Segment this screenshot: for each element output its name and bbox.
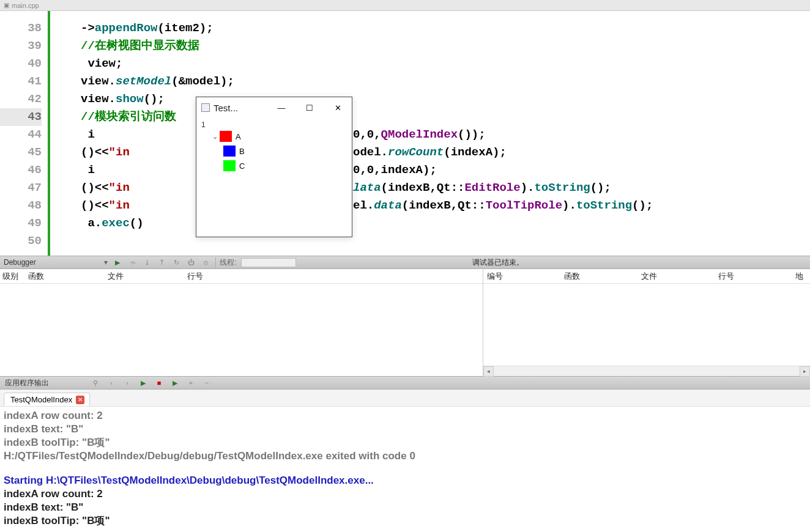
maximize-button[interactable]: ☐ [295,97,324,118]
abort-icon[interactable]: ⦸ [201,257,210,267]
col-file-r[interactable]: 文件 [637,271,715,282]
stack-pane[interactable]: 编号 函数 文件 行号 地 ◂ ▸ [483,269,810,376]
close-button[interactable]: ✕ [324,97,352,118]
tree-item-label: A [236,132,241,141]
color-swatch-icon [220,131,232,142]
stack-headers: 编号 函数 文件 行号 地 [483,269,810,284]
col-line-r[interactable]: 行号 [715,271,792,282]
thread-selector[interactable] [241,258,296,267]
scroll-left-icon[interactable]: ◂ [483,366,494,377]
issues-pane[interactable]: 级别 函数 文件 行号 [0,269,483,376]
close-tab-icon[interactable]: ✕ [76,396,84,404]
output-line: indexB toolTip: "B项" [4,514,806,528]
issues-headers: 级别 函数 文件 行号 [0,269,483,284]
output-toolbar: 应用程序输出 ⚲ ‹ › ▶ ■ ▶ + − [0,376,810,390]
popup-body: 1 ⌄ABC [196,118,352,175]
stop-icon[interactable]: ⏻ [186,257,196,267]
stack-hscrollbar[interactable]: ◂ ▸ [483,366,810,376]
prev-icon[interactable]: ‹ [106,378,116,388]
remove-icon[interactable]: − [202,378,212,388]
output-line: indexB text: "B" [4,423,806,436]
col-level[interactable]: 级别 [0,271,26,282]
col-id[interactable]: 编号 [483,271,560,282]
step-into-icon[interactable]: ⤓ [142,257,152,267]
continue-icon[interactable]: ▶ [113,257,122,267]
output-console[interactable]: indexA row count: 2indexB text: "B"index… [0,407,810,530]
output-line: indexA row count: 2 [4,409,806,423]
stop-run-icon[interactable]: ■ [154,378,164,388]
col-function[interactable]: 函数 [26,271,105,282]
output-tab[interactable]: TestQModelIndex ✕ [4,393,90,406]
col-line[interactable]: 行号 [185,271,264,282]
col-file[interactable]: 文件 [105,271,185,282]
popup-title: Test... [214,103,267,113]
next-icon[interactable]: › [122,378,132,388]
tree-item-label: C [239,161,245,171]
app-icon [201,103,210,112]
file-tab-label: main.cpp [12,2,39,9]
output-line: H:/QTFiles/TestQModelIndex/Debug/debug/T… [4,449,806,463]
file-tab-icon: ▣ [4,2,9,9]
restart-icon[interactable]: ↻ [171,257,181,267]
app-popup-window[interactable]: Test... — ☐ ✕ 1 ⌄ABC [196,97,352,237]
minimize-button[interactable]: — [267,97,295,118]
line-number-gutter: 38394041424344454647484950 [0,11,50,256]
file-tab[interactable]: ▣ main.cpp [4,2,39,9]
scroll-right-icon[interactable]: ▸ [800,366,810,377]
add-icon[interactable]: + [186,378,196,388]
tree-item-label: B [239,147,245,156]
thread-label: 线程: [215,257,236,268]
color-swatch-icon [223,160,236,171]
debugger-toolbar: Debugger ▾ ▶ ⤼ ⤓ ⤒ ↻ ⏻ ⦸ 线程: 调试器已结束。 [0,256,810,269]
col-function-r[interactable]: 函数 [560,271,637,282]
output-line: indexB text: "B" [4,501,806,514]
tree-item[interactable]: ⌄A [201,129,347,144]
output-tab-label: TestQModelIndex [10,395,72,404]
popup-titlebar[interactable]: Test... — ☐ ✕ [196,97,352,118]
output-title: 应用程序输出 [5,378,84,388]
tree-header: 1 [201,120,347,129]
step-out-icon[interactable]: ⤒ [157,257,166,267]
step-over-icon[interactable]: ⤼ [127,257,137,267]
col-addr[interactable]: 地 [792,271,810,282]
debugger-status: 调试器已结束。 [472,257,524,268]
debug-panes: 级别 函数 文件 行号 编号 函数 文件 行号 地 ◂ ▸ [0,269,810,376]
output-line [4,463,806,474]
output-line: indexA row count: 2 [4,487,806,501]
rerun-icon[interactable]: ▶ [170,378,180,388]
file-tab-strip: ▣ main.cpp [0,0,810,11]
code-content[interactable]: ->appendRow(item2);//在树视图中显示数据 view;view… [50,11,810,256]
debugger-label[interactable]: Debugger ▾ [4,258,108,267]
code-editor[interactable]: 38394041424344454647484950 ->appendRow(i… [0,11,810,256]
color-swatch-icon [223,146,236,157]
output-line: indexB toolTip: "B项" [4,436,806,449]
tree-item[interactable]: C [201,158,347,173]
output-tabs: TestQModelIndex ✕ [0,390,810,407]
expand-icon[interactable]: ⌄ [212,133,220,141]
run-icon[interactable]: ▶ [138,378,148,388]
tree-item[interactable]: B [201,144,347,158]
output-line: Starting H:\QTFiles\TestQModelIndex\Debu… [4,474,806,487]
filter-icon[interactable]: ⚲ [91,378,100,388]
